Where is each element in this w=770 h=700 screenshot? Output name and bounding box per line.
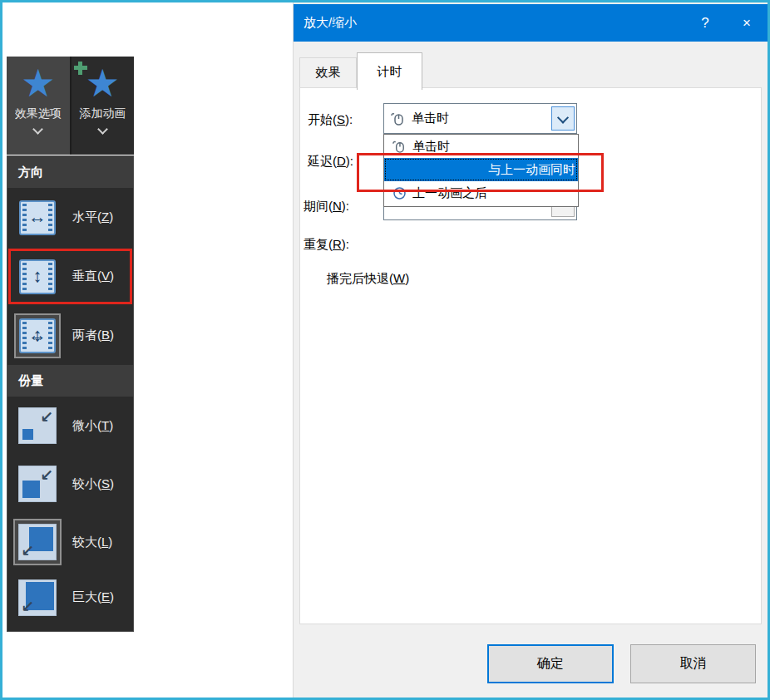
- screenshot-frame: ★ 效果选项 ★ 添加动画 方向 ↔ 水平(Z) ↕ 垂直(V): [0, 0, 770, 700]
- dropdown-item-after-previous[interactable]: 上一动画之后: [384, 181, 578, 205]
- menu-item-tiny[interactable]: ↙ 微小(T): [7, 397, 133, 455]
- shrink-smaller-icon: ↙: [18, 466, 57, 502]
- stretch-both-icon: ↔ ↕: [19, 318, 56, 353]
- delay-label: 延迟(D):: [308, 154, 353, 170]
- shrink-tiny-icon: ↙: [18, 407, 57, 444]
- duration-label: 期间(N):: [304, 199, 349, 214]
- menu-header-amount: 份量: [7, 365, 133, 397]
- start-value: 单击时: [412, 111, 449, 126]
- repeat-label: 重复(R):: [304, 237, 349, 253]
- cancel-button[interactable]: 取消: [630, 644, 756, 683]
- add-animation-label: 添加动画: [72, 106, 126, 121]
- dropdown-item-on-click[interactable]: 单击时: [384, 135, 578, 158]
- close-button[interactable]: ×: [726, 4, 768, 42]
- grow-huge-icon: ↙: [18, 579, 57, 616]
- menu-item-both[interactable]: ↔ ↕ 两者(B): [7, 306, 133, 365]
- mouse-click-icon: [390, 111, 406, 126]
- star-plus-icon: ★: [86, 62, 120, 105]
- start-dropdown-button[interactable]: [551, 106, 575, 131]
- start-dropdown-list: 单击时 与上一动画同时 上一动画之后: [383, 134, 579, 207]
- selected-frame: ↔ ↕: [14, 313, 61, 358]
- effect-options-label: 效果选项: [15, 106, 62, 121]
- menu-header-direction: 方向: [7, 156, 133, 188]
- selected-frame: ↙: [13, 519, 62, 565]
- mouse-click-icon: [389, 139, 409, 154]
- effect-options-button[interactable]: ★ 效果选项: [7, 57, 70, 155]
- menu-item-vertical[interactable]: ↕ 垂直(V): [7, 247, 133, 306]
- star-icon: ★: [21, 62, 55, 105]
- start-combobox[interactable]: 单击时: [383, 103, 577, 134]
- stretch-horizontal-icon: ↔: [19, 200, 56, 235]
- ok-button[interactable]: 确定: [487, 644, 614, 683]
- help-button[interactable]: ?: [684, 4, 726, 42]
- dialog-title: 放大/缩小: [294, 15, 684, 31]
- menu-item-larger[interactable]: ↙ 较大(L): [7, 513, 133, 571]
- chevron-down-icon: [557, 111, 569, 123]
- dialog-titlebar[interactable]: 放大/缩小 ? ×: [294, 4, 768, 42]
- clock-icon: [389, 186, 409, 200]
- menu-item-smaller[interactable]: ↙ 较小(S): [7, 455, 133, 513]
- stretch-vertical-icon: ↕: [19, 259, 56, 294]
- animation-ribbon-group: ★ 效果选项 ★ 添加动画: [7, 57, 134, 155]
- menu-item-horizontal[interactable]: ↔ 水平(Z): [7, 188, 133, 247]
- tab-timing[interactable]: 计时: [357, 52, 422, 90]
- chevron-down-icon: [97, 124, 108, 135]
- effect-options-menu: 方向 ↔ 水平(Z) ↕ 垂直(V) ↔ ↕ 两者(B) 份量: [7, 155, 134, 632]
- grow-larger-icon: ↙: [18, 524, 57, 560]
- start-label: 开始(S):: [308, 112, 353, 128]
- chevron-down-icon: [32, 124, 43, 135]
- tab-effect[interactable]: 效果: [299, 57, 357, 88]
- grow-shrink-dialog: 放大/缩小 ? × 效果 计时 开始(S): 单击时: [293, 2, 768, 698]
- add-animation-button[interactable]: ★ 添加动画: [70, 57, 135, 155]
- dropdown-item-with-previous[interactable]: 与上一动画同时: [384, 158, 578, 181]
- rewind-checkbox-label: 播完后快退(W): [327, 271, 409, 287]
- menu-item-huge[interactable]: ↙ 巨大(E): [7, 571, 133, 624]
